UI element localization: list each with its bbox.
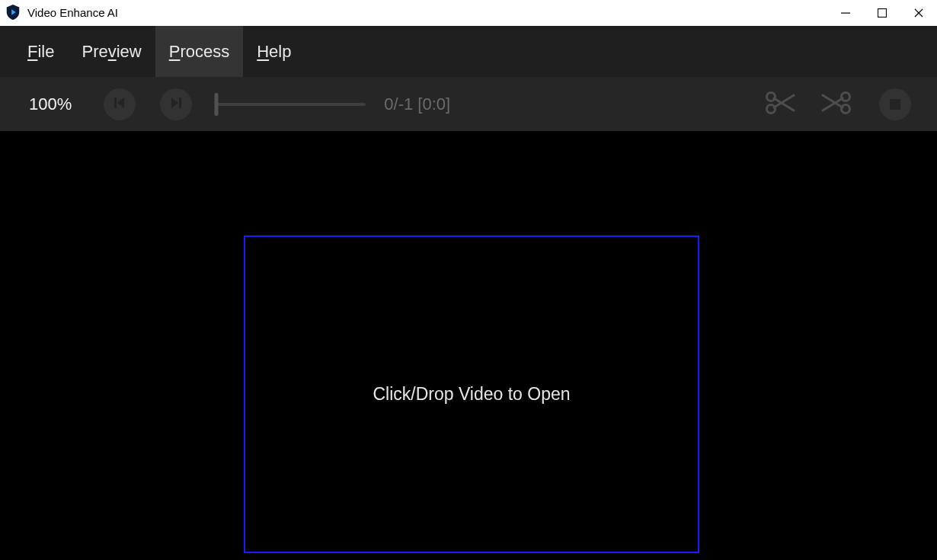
maximize-button[interactable] [864,0,900,26]
svg-rect-3 [179,98,181,108]
svg-point-7 [842,104,850,113]
zoom-level: 100% [29,94,72,114]
skip-forward-icon [169,96,183,113]
svg-point-6 [842,92,850,101]
skip-back-icon [113,96,126,113]
titlebar-left: Video Enhance AI [0,4,118,23]
window-controls [827,0,937,26]
menu-process[interactable]: Process [155,26,243,77]
menu-preview[interactable]: Preview [68,26,155,77]
slider-track [216,103,366,106]
scissors-closed-icon [821,88,852,121]
stop-icon [890,99,900,110]
cut-start-button[interactable] [763,88,797,121]
next-frame-button[interactable] [160,88,192,120]
timeline-slider[interactable] [216,88,366,120]
minimize-button[interactable] [827,0,864,26]
close-button[interactable] [900,0,937,26]
frame-info: 0/-1 [0:0] [384,94,450,114]
toolbar: 100% 0/-1 [0:0] [0,77,937,131]
video-dropzone[interactable]: Click/Drop Video to Open [244,235,699,553]
svg-point-4 [767,92,776,101]
titlebar: Video Enhance AI [0,0,937,26]
svg-rect-1 [878,9,887,18]
app-icon [5,4,27,23]
slider-handle[interactable] [215,93,219,116]
app-title: Video Enhance AI [27,6,118,19]
stop-button[interactable] [879,88,911,120]
cut-end-button[interactable] [820,88,853,121]
dropzone-label: Click/Drop Video to Open [373,384,570,405]
svg-point-5 [767,104,776,113]
menu-file[interactable]: File [14,26,68,77]
svg-rect-2 [114,98,117,108]
svg-rect-0 [841,13,850,14]
prev-frame-button[interactable] [104,88,136,120]
main-area: Click/Drop Video to Open [0,131,937,560]
menu-help[interactable]: Help [243,26,305,77]
menubar: File Preview Process Help [0,26,937,77]
scissors-open-icon [765,88,795,121]
